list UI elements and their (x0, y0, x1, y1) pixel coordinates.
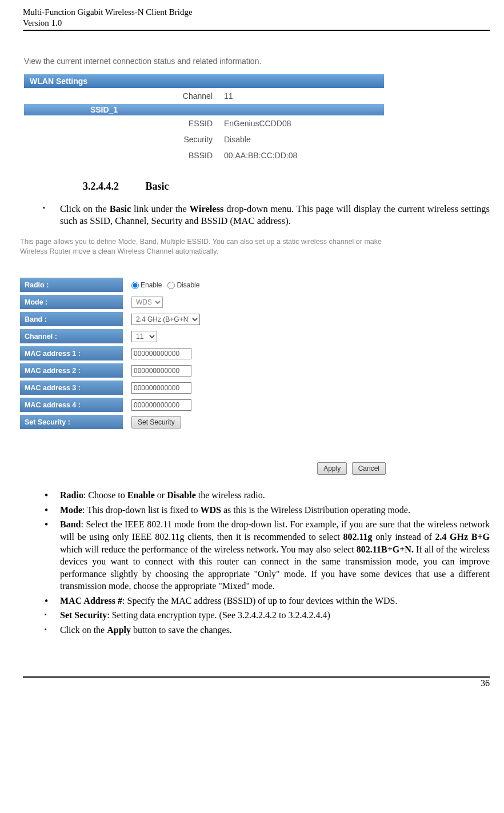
header-divider (23, 30, 490, 31)
status-screenshot: View the current internet connection sta… (24, 57, 489, 163)
intro-bullet: Click on the Basic link under the Wirele… (43, 203, 490, 227)
definitions-list: Radio: Choose to Enable or Disable the w… (23, 489, 490, 636)
mode-select[interactable]: WDS (131, 297, 163, 308)
page-number: 36 (23, 678, 490, 688)
def-set-security: Set Security: Setting data encryption ty… (43, 609, 490, 622)
channel-label2: Channel : (20, 329, 123, 344)
def-radio: Radio: Choose to Enable or Disable the w… (43, 489, 490, 502)
set-security-label: Set Security : (20, 415, 123, 430)
basic-intro-text: This page allows you to define Mode, Ban… (20, 237, 397, 257)
def-mode: Mode: This drop-down list is fixed to WD… (43, 504, 490, 516)
radio-disable-input[interactable] (167, 282, 175, 289)
section-number: 3.2.4.4.2 (83, 181, 143, 193)
mac1-input[interactable] (131, 348, 191, 359)
mode-label: Mode : (20, 295, 123, 310)
def-band: Band: Select the IEEE 802.11 mode from t… (43, 518, 490, 592)
doc-header: Multi-Function Gigabit Wireless-N Client… (23, 7, 490, 29)
mac4-label: MAC address 4 : (20, 398, 123, 412)
def-mac: MAC Address #: Specify the MAC address (… (43, 595, 490, 607)
mac3-label: MAC address 3 : (20, 381, 123, 395)
security-label: Security (24, 131, 218, 147)
ssid-section-header: SSID_1 (24, 104, 384, 115)
section-title: Basic (146, 181, 169, 192)
mac4-input[interactable] (131, 399, 191, 411)
intro-list: Click on the Basic link under the Wirele… (23, 203, 490, 227)
mac3-input[interactable] (131, 382, 191, 394)
band-label: Band : (20, 312, 123, 327)
channel-value: 11 (218, 88, 384, 104)
status-table: WLAN Settings Channel 11 SSID_1 ESSID En… (24, 74, 384, 163)
channel-select[interactable]: 11 (131, 331, 157, 342)
mac2-input[interactable] (131, 365, 191, 377)
essid-label: ESSID (24, 115, 218, 131)
mac2-label: MAC address 2 : (20, 363, 123, 378)
essid-value: EnGeniusCCDD08 (218, 115, 384, 131)
status-intro-text: View the current internet connection sta… (24, 57, 489, 66)
security-value: Disable (218, 131, 384, 147)
basic-form: Radio : Enable Disable Mode : WDS Band :… (20, 277, 237, 431)
radio-label: Radio : (20, 278, 123, 293)
channel-label: Channel (24, 88, 218, 104)
basic-form-screenshot: This page allows you to define Mode, Ban… (20, 237, 397, 475)
set-security-button[interactable]: Set Security (131, 416, 181, 428)
radio-enable-input[interactable] (131, 282, 139, 289)
radio-enable-option[interactable]: Enable (131, 281, 162, 289)
section-heading: 3.2.4.4.2 Basic (83, 181, 490, 193)
doc-title-line1: Multi-Function Gigabit Wireless-N Client… (23, 7, 490, 18)
apply-button[interactable]: Apply (317, 462, 347, 475)
doc-title-line2: Version 1.0 (23, 18, 490, 29)
bssid-value: 00:AA:BB:CC:DD:08 (218, 147, 384, 163)
def-apply: Click on the Apply button to save the ch… (43, 624, 490, 636)
mac1-label: MAC address 1 : (20, 346, 123, 361)
radio-disable-option[interactable]: Disable (167, 281, 199, 289)
wlan-section-header: WLAN Settings (24, 74, 384, 88)
form-action-row: Apply Cancel (20, 462, 386, 475)
radio-field: Enable Disable (123, 281, 199, 289)
band-select[interactable]: 2.4 GHz (B+G+N) (131, 314, 200, 325)
cancel-button[interactable]: Cancel (352, 462, 386, 475)
bssid-label: BSSID (24, 147, 218, 163)
